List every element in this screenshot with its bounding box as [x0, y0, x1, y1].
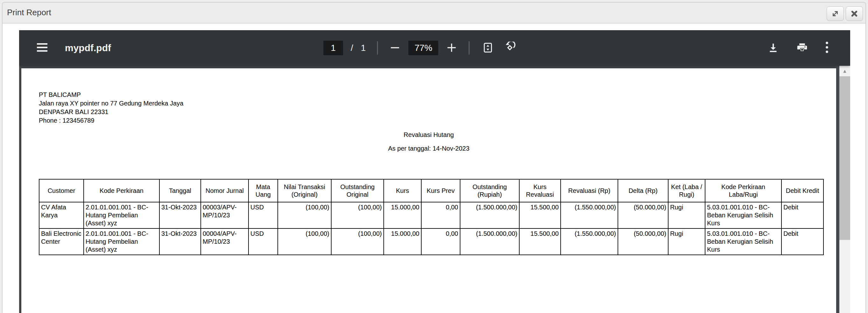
download-button[interactable]	[766, 41, 780, 56]
column-header: Customer	[39, 179, 84, 202]
pdf-filename: mypdf.pdf	[65, 43, 111, 54]
fit-page-icon	[483, 42, 494, 54]
table-cell: (50.000,00)	[618, 202, 668, 229]
column-header: Kode Perkiraan	[84, 179, 159, 202]
column-header: Nomor Jurnal	[201, 179, 248, 202]
table-cell: 2.01.01.001.001 - BC-Hutang Pembelian (A…	[84, 229, 159, 255]
column-header: Debit Kredit	[781, 179, 824, 202]
table-cell: 00003/APV-MP/10/23	[201, 202, 248, 229]
close-button[interactable]	[846, 6, 863, 21]
rotate-button[interactable]	[503, 40, 517, 56]
pdf-toolbar: mypdf.pdf 1 / 1 77%	[19, 30, 850, 66]
table-cell: (50.000,00)	[618, 229, 668, 255]
print-report-dialog: Print Report	[2, 2, 866, 313]
column-header: Nilai Transaksi (Original)	[278, 179, 331, 202]
table-cell: USD	[248, 229, 278, 255]
page-separator: /	[351, 43, 353, 53]
table-cell: 15.500,00	[519, 229, 561, 255]
menu-icon	[37, 43, 48, 53]
column-header: Outstanding Original	[331, 179, 384, 202]
expand-icon	[831, 9, 839, 18]
column-header: Tanggal	[159, 179, 201, 202]
toolbar-separator	[377, 41, 378, 55]
table-cell: (100,00)	[278, 202, 331, 229]
zoom-level-input[interactable]: 77%	[408, 41, 438, 55]
table-cell: 5.03.01.001.010 - BC-Beban Kerugian Seli…	[705, 202, 781, 229]
page-count: 1	[361, 43, 366, 53]
column-header: Mata Uang	[248, 179, 278, 202]
table-cell: (1.550.000,00)	[561, 229, 618, 255]
table-cell: (100,00)	[331, 202, 384, 229]
zoom-out-icon	[391, 43, 400, 53]
toolbar-separator	[469, 41, 470, 55]
table-cell: 31-Okt-2023	[159, 202, 201, 229]
triangle-up-icon: ▲	[842, 68, 847, 74]
fit-page-button[interactable]	[481, 41, 495, 56]
zoom-in-icon	[447, 43, 456, 53]
column-header: Kurs Prev	[421, 179, 460, 202]
company-phone: Phone : 123456789	[39, 116, 183, 125]
rotate-icon	[504, 42, 516, 55]
table-row: CV Afata Karya2.01.01.001.001 - BC-Hutan…	[39, 202, 824, 229]
table-cell: 0,00	[421, 229, 460, 255]
company-block: PT BALICAMP Jalan raya XY pointer no 77 …	[39, 91, 183, 125]
table-cell: 15.000,00	[384, 229, 421, 255]
table-cell: (100,00)	[278, 229, 331, 255]
column-header: Ket (Laba / Rugi)	[668, 179, 705, 202]
table-cell: 31-Okt-2023	[159, 229, 201, 255]
table-cell: 0,00	[421, 202, 460, 229]
pdf-content-area: PT BALICAMP Jalan raya XY pointer no 77 …	[19, 66, 839, 313]
pdf-scrollbar[interactable]: ▲	[839, 66, 850, 313]
table-cell: Rugi	[668, 202, 705, 229]
dialog-header: Print Report	[3, 3, 865, 24]
table-cell: Debit	[781, 202, 824, 229]
close-icon	[850, 9, 859, 18]
column-header: Outstanding (Rupiah)	[460, 179, 519, 202]
report-title: Revaluasi Hutang	[21, 131, 836, 139]
table-cell: 2.01.01.001.001 - BC-Hutang Pembelian (A…	[84, 202, 159, 229]
column-header: Kode Perkiraan Laba/Rugi	[705, 179, 781, 202]
table-cell: (1.550.000,00)	[561, 202, 618, 229]
pdf-viewer: mypdf.pdf 1 / 1 77%	[19, 30, 850, 313]
table-cell: 5.03.01.001.010 - BC-Beban Kerugian Seli…	[705, 229, 781, 255]
company-address: Jalan raya XY pointer no 77 Gedung Merde…	[39, 99, 183, 108]
menu-button[interactable]	[36, 42, 49, 54]
report-table: CustomerKode PerkiraanTanggalNomor Jurna…	[39, 179, 824, 255]
report-subtitle: As per tanggal: 14-Nov-2023	[21, 145, 836, 152]
more-options-button[interactable]	[824, 40, 830, 56]
scrollbar-thumb[interactable]	[839, 76, 850, 240]
column-header: Revaluasi (Rp)	[561, 179, 618, 202]
table-cell: 00004/APV-MP/10/23	[201, 229, 248, 255]
column-header: Kurs Revaluasi	[519, 179, 561, 202]
table-cell: 15.000,00	[384, 202, 421, 229]
table-cell: Debit	[781, 229, 824, 255]
pdf-page: PT BALICAMP Jalan raya XY pointer no 77 …	[21, 68, 836, 313]
table-cell: (1.500.000,00)	[460, 229, 519, 255]
table-header-row: CustomerKode PerkiraanTanggalNomor Jurna…	[39, 179, 824, 202]
table-cell: USD	[248, 202, 278, 229]
dialog-title: Print Report	[7, 8, 51, 18]
table-cell: (100,00)	[331, 229, 384, 255]
table-cell: Bali Electronic Center	[39, 229, 84, 255]
print-button[interactable]	[795, 40, 809, 56]
expand-button[interactable]	[827, 6, 844, 21]
table-cell: Rugi	[668, 229, 705, 255]
more-options-icon	[825, 41, 829, 55]
table-cell: (1.500.000,00)	[460, 202, 519, 229]
download-icon	[768, 42, 779, 54]
column-header: Delta (Rp)	[618, 179, 668, 202]
table-cell: 15.500,00	[519, 202, 561, 229]
company-city: DENPASAR BALI 22331	[39, 108, 183, 116]
table-cell: CV Afata Karya	[39, 202, 84, 229]
table-row: Bali Electronic Center2.01.01.001.001 - …	[39, 229, 824, 255]
page-number-input[interactable]: 1	[323, 41, 343, 55]
column-header: Kurs	[384, 179, 421, 202]
company-name: PT BALICAMP	[39, 91, 183, 99]
scroll-up-button[interactable]: ▲	[839, 67, 850, 75]
print-icon	[796, 42, 808, 55]
zoom-in-button[interactable]	[446, 42, 458, 54]
zoom-out-button[interactable]	[390, 42, 401, 54]
